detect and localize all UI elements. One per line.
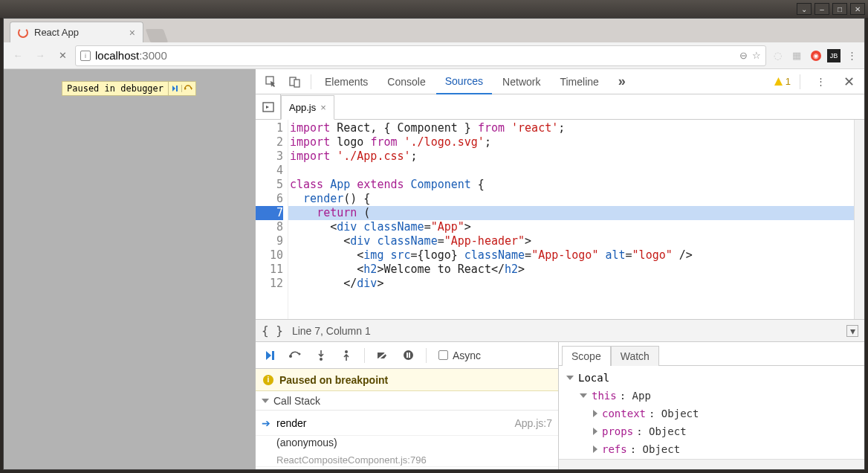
maximize-button[interactable]: □: [832, 3, 847, 15]
os-titlebar: ⌄ – □ ✕: [0, 0, 868, 18]
minimize-button[interactable]: –: [814, 3, 829, 15]
titlebar-menu-button[interactable]: ⌄: [797, 3, 812, 15]
close-window-button[interactable]: ✕: [850, 3, 865, 15]
